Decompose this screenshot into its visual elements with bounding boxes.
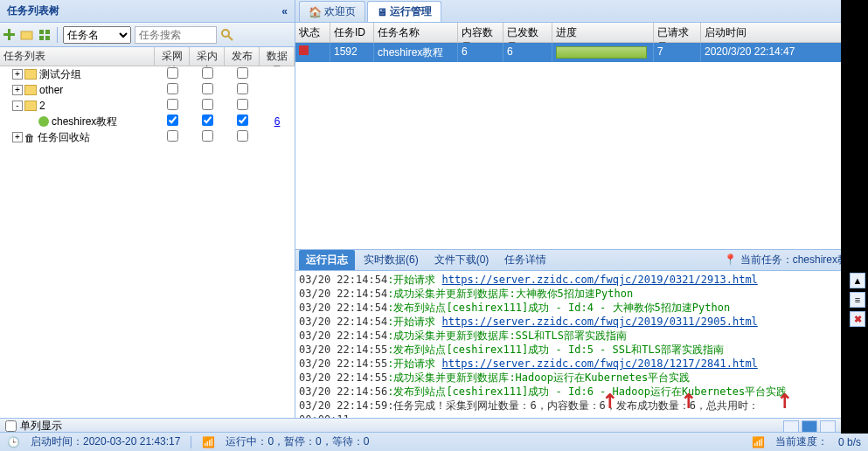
expander-icon[interactable]: + xyxy=(12,69,23,80)
collapse-left-icon[interactable]: « xyxy=(281,5,288,17)
task-icon xyxy=(38,116,49,127)
pub-checkbox[interactable] xyxy=(237,114,248,126)
tree-item[interactable]: -2 xyxy=(0,98,295,114)
svg-rect-2 xyxy=(21,31,32,39)
url-checkbox[interactable] xyxy=(167,83,178,94)
content-checkbox[interactable] xyxy=(202,130,213,142)
subtab-3[interactable]: 任务详情 xyxy=(497,250,553,270)
log-line: 03/20 22:14:54:成功采集并更新到数据库:大神教你5招加速Pytho… xyxy=(299,287,844,301)
url-checkbox[interactable] xyxy=(167,99,178,110)
tree-item[interactable]: +测试分组 xyxy=(0,66,295,82)
url-checkbox[interactable] xyxy=(167,114,178,126)
tree-item[interactable]: cheshirex教程6 xyxy=(0,114,295,129)
log-line: 03/20 22:14:56:发布到站点[ceshirex111]成功 - Id… xyxy=(299,385,844,399)
pin-icon: 📍 xyxy=(724,253,737,266)
folder-icon xyxy=(24,101,37,111)
subtab-1[interactable]: 实时数据(6) xyxy=(357,250,426,270)
pub-checkbox[interactable] xyxy=(237,83,248,94)
trash-icon: 🗑 xyxy=(24,132,35,142)
content-checkbox[interactable] xyxy=(202,67,213,79)
tree-item-label: 2 xyxy=(39,100,45,112)
tree-item[interactable]: +🗑任务回收站 xyxy=(0,129,295,145)
svg-rect-1 xyxy=(3,33,15,36)
subtab-0[interactable]: 运行日志 xyxy=(299,250,355,270)
tree-panel-title: 任务列表树 xyxy=(7,3,59,18)
clock-icon: 🕒 xyxy=(7,436,20,448)
progress-bar xyxy=(556,46,647,59)
svg-rect-4 xyxy=(45,30,50,34)
log-line: 03/20 22:14:59:任务完成！采集到网址数量：6，内容数量：6，发布成… xyxy=(299,399,844,413)
log-line: 03/20 22:14:55:成功采集并更新到数据库:Hadoop运行在Kube… xyxy=(299,371,844,385)
log-line: 03/20 22:14:54:成功采集并更新到数据库:SSL和TLS部署实践指南 xyxy=(299,329,844,343)
signal-icon: 📶 xyxy=(752,436,765,448)
layout3-icon[interactable] xyxy=(820,420,836,433)
tree-item-label: cheshirex教程 xyxy=(52,114,117,129)
log-clear-icon[interactable]: ✖ xyxy=(850,311,865,327)
home-icon: 🏠 xyxy=(309,6,322,18)
folder-icon xyxy=(24,69,37,80)
pub-checkbox[interactable] xyxy=(237,130,248,142)
signal-icon: 📶 xyxy=(202,436,215,448)
expander-icon[interactable]: - xyxy=(12,101,23,111)
log-menu-icon[interactable]: ≡ xyxy=(850,292,865,308)
svg-point-7 xyxy=(222,30,229,37)
svg-line-8 xyxy=(228,36,233,40)
layout2-icon[interactable] xyxy=(802,420,817,433)
current-task-label: 📍 当前任务：cheshirex教程 xyxy=(724,253,858,267)
tree-toolbar: 任务名 xyxy=(0,23,295,47)
tree-columns: 任务列表 采网址 采内容 发布 数据量 xyxy=(0,47,295,66)
subtab-2[interactable]: 文件下载(0) xyxy=(427,250,496,270)
tree-item[interactable]: +other xyxy=(0,82,295,98)
svg-rect-3 xyxy=(39,30,44,34)
svg-rect-6 xyxy=(45,36,50,40)
content-checkbox[interactable] xyxy=(202,114,213,126)
log-url-link[interactable]: https://server.zzidc.com/fwqjc/2018/1217… xyxy=(442,357,758,370)
log-line: 03/20 22:14:54:开始请求 https://server.zzidc… xyxy=(299,273,844,287)
monitor-icon: 🖥 xyxy=(377,6,387,18)
log-url-link[interactable]: https://server.zzidc.com/fwqjc/2019/0311… xyxy=(442,316,758,328)
url-checkbox[interactable] xyxy=(167,130,178,142)
add-icon[interactable] xyxy=(3,28,17,42)
data-count-link[interactable]: 6 xyxy=(274,115,281,128)
single-column-checkbox[interactable] xyxy=(5,420,17,432)
log-line: 03/20 22:14:54:发布到站点[ceshirex111]成功 - Id… xyxy=(299,301,844,315)
layout1-icon[interactable] xyxy=(783,420,799,433)
log-line: 03/20 22:14:55:发布到站点[ceshirex111]成功 - Id… xyxy=(299,343,844,357)
tab-欢迎页[interactable]: 🏠欢迎页 xyxy=(299,1,365,22)
tab-运行管理[interactable]: 🖥运行管理 xyxy=(367,1,441,22)
search-icon[interactable] xyxy=(220,28,234,42)
log-line: 03/20 22:14:55:开始请求 https://server.zzidc… xyxy=(299,357,844,371)
status-indicator xyxy=(299,45,309,55)
content-checkbox[interactable] xyxy=(202,83,213,94)
url-checkbox[interactable] xyxy=(167,67,178,79)
pub-checkbox[interactable] xyxy=(237,99,248,110)
search-input[interactable] xyxy=(135,26,217,44)
refresh-icon[interactable] xyxy=(38,28,52,42)
pub-checkbox[interactable] xyxy=(237,67,248,79)
folder-icon xyxy=(24,85,37,95)
filter-select[interactable]: 任务名 xyxy=(63,26,131,44)
tree-item-label: 任务回收站 xyxy=(38,130,90,145)
table-row[interactable]: 1592 cheshirex教程 6 6 7 2020/3/20 22:14:4… xyxy=(295,43,867,62)
svg-rect-5 xyxy=(39,36,44,40)
expander-icon[interactable]: + xyxy=(12,132,23,142)
tree-item-label: 测试分组 xyxy=(39,67,81,82)
folder-icon[interactable] xyxy=(20,28,34,42)
expander-icon[interactable]: + xyxy=(12,85,23,95)
log-url-link[interactable]: https://server.zzidc.com/fwqjc/2019/0321… xyxy=(442,274,758,286)
content-checkbox[interactable] xyxy=(202,99,213,110)
log-line: 03/20 22:14:54:开始请求 https://server.zzidc… xyxy=(299,315,844,329)
tree-item-label: other xyxy=(39,84,63,96)
log-up-icon[interactable]: ▲ xyxy=(850,273,865,288)
grid-header: 状态 任务ID 任务名称 内容数量 已发数量 进度 已请求量 启动时间 xyxy=(295,23,867,43)
statusbar: 🕒 启动时间：2020-03-20 21:43:17 📶 运行中：0，暂停：0，… xyxy=(0,432,868,451)
